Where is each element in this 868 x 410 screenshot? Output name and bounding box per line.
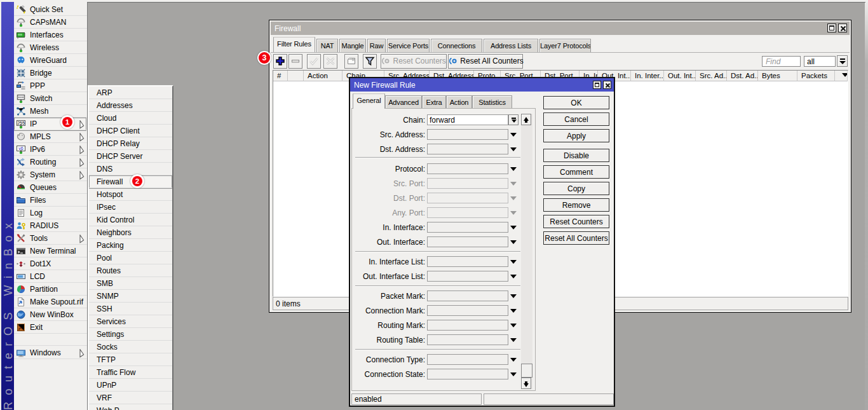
svg-text:255: 255 xyxy=(17,121,25,125)
svg-text:v6: v6 xyxy=(18,146,24,151)
